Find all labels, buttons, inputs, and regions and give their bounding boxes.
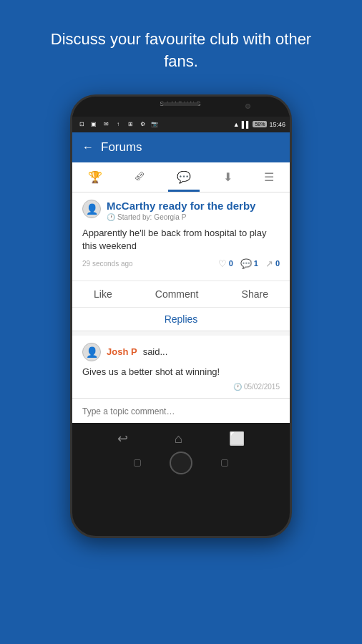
battery-indicator: 58%: [253, 121, 267, 127]
started-by-author: Georgia P: [154, 213, 186, 221]
status-icons-right: ▲ ▌▌ 58% 15:46: [233, 121, 285, 128]
heart-icon: ♡: [218, 258, 227, 269]
action-bar: Like Comment Share: [72, 281, 290, 307]
shares-count: 0: [275, 259, 280, 268]
clock-icon: 🕐: [107, 213, 115, 221]
tab-download[interactable]: ⬇: [215, 162, 241, 192]
trophy-icon: 🏆: [88, 170, 102, 184]
reply-said: said...: [143, 346, 168, 357]
phone-camera: [245, 104, 250, 109]
reply-date-value: 05/02/2015: [244, 383, 280, 391]
post-actions-icons: ♡ 0 💬 1 ↗ 0: [218, 258, 280, 269]
likes-group: ♡ 0: [218, 258, 233, 269]
header-title: Forums: [101, 140, 142, 155]
comment-button[interactable]: Comment: [155, 288, 199, 300]
tab-news[interactable]: 🗞: [125, 162, 154, 192]
status-icons-left: ⊡ ▣ ✉ ↑ ⊞ ⚙ 📷: [77, 121, 160, 128]
likes-count: 0: [229, 259, 233, 268]
post-stats: 29 seconds ago ♡ 0 💬 1 ↗ 0: [82, 258, 280, 273]
post-title: McCarthy ready for the derby: [107, 200, 255, 213]
post-meta: 🕐 Started by: Georgia P: [107, 213, 255, 221]
comment-input[interactable]: [82, 406, 280, 416]
tab-trophy[interactable]: 🏆: [79, 162, 111, 192]
status-bar: ⊡ ▣ ✉ ↑ ⊞ ⚙ 📷 ▲ ▌▌ 58% 15:46: [72, 117, 290, 132]
comment-input-bar[interactable]: [72, 398, 290, 423]
back-nav-button[interactable]: ↩: [117, 431, 128, 447]
post-time: 29 seconds ago: [82, 260, 133, 268]
screenshot-icon: ⊡: [77, 121, 87, 128]
reply-date: 🕐 05/02/2015: [82, 383, 280, 391]
tagline: Discuss your favourite club with other f…: [0, 29, 362, 73]
avatar: 👤: [82, 200, 101, 218]
download-icon: ⬇: [223, 170, 233, 184]
user-icon: 👤: [86, 203, 98, 215]
upload-icon: ↑: [113, 121, 123, 128]
date-clock-icon: 🕐: [233, 383, 242, 391]
news-icon: 🗞: [134, 170, 145, 183]
back-button[interactable]: ←: [82, 141, 94, 154]
comments-count: 1: [254, 259, 258, 268]
replies-header: Replies: [72, 308, 290, 331]
post-title-row: 👤 McCarthy ready for the derby 🕐 Started…: [82, 200, 280, 221]
reply-avatar: 👤: [82, 343, 101, 361]
post-body: Apparently he'll be back from hospital t…: [82, 227, 280, 253]
menu-icon: ☰: [264, 170, 274, 184]
tab-menu[interactable]: ☰: [255, 162, 283, 192]
comment-icon: 💬: [240, 258, 252, 269]
reply-user-icon: 👤: [86, 346, 98, 358]
comments-group: 💬 1: [240, 258, 258, 269]
chin-home-button: [170, 452, 192, 474]
like-button[interactable]: Like: [94, 288, 112, 300]
camera-icon: 📷: [150, 121, 160, 128]
started-by-label: Started by:: [117, 213, 152, 221]
tab-bar: 🏆 🗞 💬 ⬇ ☰: [72, 162, 290, 192]
chin-right-button: [221, 459, 228, 467]
recents-nav-button[interactable]: ⬜: [229, 431, 245, 447]
share-icon: ↗: [265, 258, 273, 269]
replies-section: Replies 👤 Josh P said... Gives us a bett…: [72, 308, 290, 398]
reply-author: Josh P: [107, 346, 137, 357]
home-nav-button[interactable]: ⌂: [175, 431, 182, 447]
notification-icon: ✉: [101, 121, 111, 128]
app-header: ← Forums: [72, 132, 290, 162]
shares-group: ↗ 0: [265, 258, 280, 269]
tab-forum[interactable]: 💬: [168, 162, 200, 192]
chin-left-button: [134, 459, 141, 467]
time-display: 15:46: [269, 121, 285, 128]
reply-author-row: 👤 Josh P said...: [82, 343, 280, 361]
app-screen: ← Forums 🏆 🗞 💬 ⬇ ☰: [72, 132, 290, 424]
phone-speaker: [163, 102, 199, 106]
phone-device: SAMSUNG ⊡ ▣ ✉ ↑ ⊞ ⚙ 📷 ▲ ▌▌ 58% 15:46: [70, 94, 292, 538]
forum-icon: 💬: [177, 170, 191, 184]
reply-body: Gives us a better shot at winning!: [82, 366, 280, 379]
phone-bottom-nav: ↩ ⌂ ⬜: [72, 423, 290, 454]
phone-chin: [72, 454, 290, 472]
settings-icon: ⚙: [137, 121, 147, 128]
signal-icon: ▣: [89, 121, 99, 128]
post-container: 👤 McCarthy ready for the derby 🕐 Started…: [72, 192, 290, 280]
sync-icon: ⊞: [125, 121, 135, 128]
share-button[interactable]: Share: [242, 288, 268, 300]
wifi-icon: ▲: [233, 121, 240, 128]
phone-top-bar: SAMSUNG: [72, 97, 290, 117]
signal-bars-icon: ▌▌: [242, 121, 251, 128]
reply-item: 👤 Josh P said... Gives us a better shot …: [72, 336, 290, 398]
